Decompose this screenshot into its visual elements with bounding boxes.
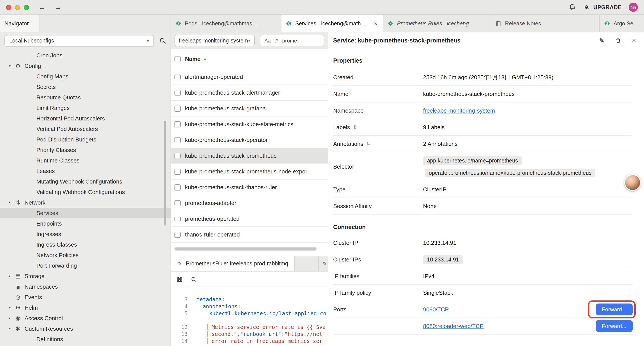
close-panel-icon[interactable]: × [632, 37, 636, 44]
sidebar-item[interactable]: Config Maps [0, 71, 170, 81]
sidebar-item[interactable]: ▸ ◉ Access Control [0, 313, 170, 323]
sidebar-item[interactable]: ▣ Namespaces [0, 281, 170, 292]
close-window-button[interactable] [6, 4, 12, 10]
sidebar-item[interactable]: Definitions [0, 334, 170, 344]
editor-tab[interactable]: ☸ Argo Se [600, 15, 644, 32]
sidebar-item[interactable]: Leases [0, 166, 170, 176]
namespace-link[interactable]: freeleaps-monitoring-system [423, 107, 495, 114]
table-row[interactable]: kube-prometheus-stack-kube-state-metrics [171, 116, 328, 132]
user-avatar[interactable] [624, 174, 641, 191]
sidebar-item[interactable]: Pod Disruption Budgets [0, 134, 170, 145]
editor-tab[interactable]: ☸ Pods - icecheng@mathmas... [171, 15, 282, 32]
sidebar-item[interactable]: ▾ ⚙ Config [0, 60, 170, 71]
forward-port-button[interactable]: Forward... [596, 320, 632, 332]
zoom-window-button[interactable] [24, 4, 29, 10]
table-row[interactable]: kube-prometheus-stack-prometheus [171, 148, 328, 164]
row-checkbox[interactable] [174, 200, 180, 206]
row-checkbox[interactable] [174, 153, 180, 159]
sidebar-item[interactable]: Endpoints [0, 218, 170, 229]
sidebar-item[interactable]: Limit Ranges [0, 102, 170, 113]
prometheusrule-editor-tab[interactable]: ✎ PrometheusRule: freeleaps-prod-rabbitm… [171, 256, 295, 271]
horizontal-scrollbar-thumb[interactable] [174, 248, 316, 251]
table-row[interactable]: kube-prometheus-stack-operator [171, 132, 328, 148]
kubeconfig-select[interactable]: Local Kubeconfigs ▾ [4, 35, 154, 47]
sidebar-item[interactable]: ▸ ☸ Helm [0, 302, 170, 313]
match-case-toggle[interactable]: Aa [264, 37, 271, 43]
row-checkbox[interactable] [174, 232, 180, 238]
search-input[interactable]: Aa .* prome [260, 34, 324, 46]
sidebar-item[interactable]: ▾ ⇅ Network [0, 197, 170, 208]
expand-chevron-icon[interactable]: ▾ [9, 200, 15, 205]
sidebar-item[interactable]: Validating Webhook Configurations [0, 187, 170, 197]
port-link[interactable]: 9090/TCP [423, 306, 449, 313]
sidebar-item[interactable]: Priority Classes [0, 145, 170, 155]
sidebar-item[interactable]: Vertical Pod Autoscalers [0, 123, 170, 134]
next-editor-tab-stub[interactable]: ✎ [318, 256, 328, 271]
save-icon[interactable] [176, 276, 183, 283]
edit-resource-icon[interactable]: ✎ [599, 37, 604, 44]
tab-close-icon[interactable]: × [373, 20, 378, 27]
back-button[interactable]: ← [38, 4, 46, 11]
row-checkbox[interactable] [174, 74, 180, 80]
editor-tab[interactable]: Release Notes [491, 15, 600, 32]
sort-asc-icon[interactable]: ∧ [204, 57, 206, 61]
annotations-value[interactable]: 2 Annotations [423, 141, 458, 147]
sidebar-search-icon[interactable] [159, 37, 166, 44]
sidebar-item[interactable]: Secrets [0, 81, 170, 92]
table-row[interactable]: prometheus-operated [171, 211, 328, 227]
regex-toggle[interactable]: .* [275, 37, 278, 43]
expand-chevron-icon[interactable]: ▸ [9, 305, 15, 310]
forward-port-button[interactable]: Forward... [596, 304, 632, 315]
sidebar-item[interactable]: ▸ ▤ Storage [0, 271, 170, 281]
namespace-select[interactable]: freeleaps-monitoring-system ▾ [174, 34, 255, 46]
expand-chevron-icon[interactable]: ▾ [9, 326, 15, 331]
labels-value[interactable]: 9 Labels [423, 124, 444, 130]
sidebar-item[interactable]: Ingresses [0, 229, 170, 239]
minimize-window-button[interactable] [15, 4, 20, 10]
expand-collapse-icon[interactable]: ⇅ [353, 124, 357, 130]
sidebar-item[interactable]: Mutating Webhook Configurations [0, 176, 170, 187]
sidebar-item[interactable]: Cron Jobs [0, 50, 170, 60]
delete-resource-icon[interactable] [615, 37, 621, 44]
sidebar-scrollbar-thumb[interactable] [164, 121, 166, 226]
sidebar-item[interactable]: Horizontal Pod Autoscalers [0, 113, 170, 123]
table-row[interactable]: kube-prometheus-stack-thanos-ruler [171, 180, 328, 195]
table-row[interactable]: kube-prometheus-stack-prometheus-node-ex… [171, 164, 328, 180]
row-checkbox[interactable] [174, 121, 180, 127]
expand-chevron-icon[interactable]: ▸ [9, 316, 15, 320]
row-checkbox[interactable] [174, 137, 180, 143]
yaml-editor[interactable]: 3metadata:4 annotations:5 kubectl.kubern… [171, 287, 328, 346]
editor-tab[interactable]: ☸ Prometheus Rules - icecheng... [383, 15, 491, 32]
row-checkbox[interactable] [174, 168, 180, 175]
sidebar-item[interactable]: Services [0, 208, 170, 218]
table-row[interactable]: prometheus-adapter [171, 195, 328, 211]
sidebar-item[interactable]: ◷ Events [0, 292, 170, 302]
expand-chevron-icon[interactable]: ▸ [9, 274, 15, 278]
row-checkbox[interactable] [174, 216, 180, 222]
expand-chevron-icon[interactable]: ▾ [9, 63, 15, 68]
table-row[interactable]: alertmanager-operated [171, 69, 328, 85]
row-checkbox[interactable] [174, 184, 180, 190]
row-checkbox[interactable] [174, 90, 180, 96]
sidebar-item[interactable]: ▾ ✱ Custom Resources [0, 323, 170, 334]
table-row[interactable]: kube-prometheus-stack-alertmanager [171, 85, 328, 101]
upgrade-button[interactable]: UPGRADE [583, 4, 622, 11]
name-column-header[interactable]: Name [185, 56, 200, 62]
editor-tab[interactable]: ☸ Services - icecheng@math... × [282, 15, 383, 32]
navigator-tab[interactable]: Navigator [0, 15, 40, 32]
sidebar-item[interactable]: Resource Quotas [0, 92, 170, 102]
editor-search-icon[interactable] [191, 276, 197, 282]
port-link[interactable]: 8080:reloader-web/TCP [423, 323, 484, 329]
row-checkbox[interactable] [174, 105, 180, 111]
select-all-checkbox[interactable] [174, 56, 180, 62]
sidebar-item[interactable]: Network Policies [0, 250, 170, 260]
expand-collapse-icon[interactable]: ⇅ [366, 141, 370, 147]
sidebar-item[interactable]: Port Forwarding [0, 260, 170, 271]
sidebar-item[interactable]: Runtime Classes [0, 155, 170, 166]
sidebar-item[interactable]: Ingress Classes [0, 239, 170, 250]
notification-bell-icon[interactable] [569, 3, 576, 11]
table-row[interactable]: thanos-ruler-operated [171, 227, 328, 243]
table-row[interactable]: kube-prometheus-stack-grafana [171, 101, 328, 116]
notification-badge[interactable]: 15 [629, 3, 638, 12]
forward-button[interactable]: → [54, 4, 62, 11]
